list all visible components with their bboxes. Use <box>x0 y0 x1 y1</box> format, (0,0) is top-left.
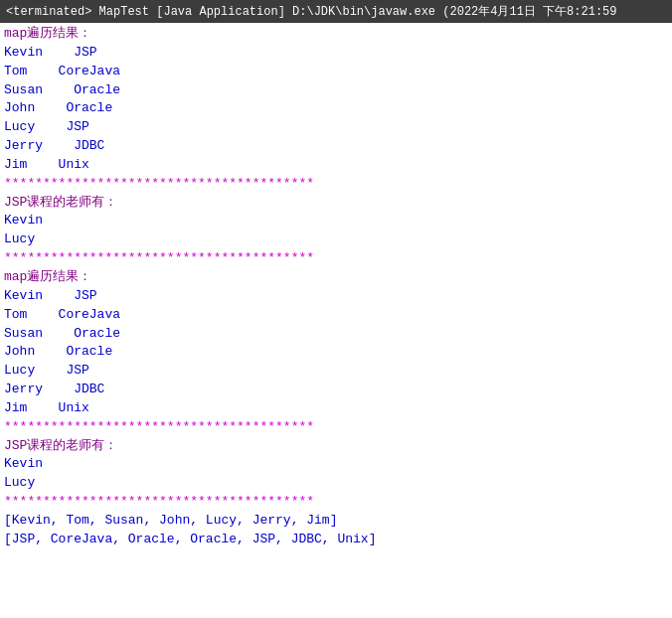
console-line: Jerry JDBC <box>4 137 668 156</box>
console-line: **************************************** <box>4 493 668 512</box>
console-line: Kevin <box>4 455 668 474</box>
console-line: JSP课程的老师有： <box>4 437 668 456</box>
console-line: Lucy <box>4 474 668 493</box>
console-line: Kevin JSP <box>4 44 668 63</box>
console-line: [Kevin, Tom, Susan, John, Lucy, Jerry, J… <box>4 512 668 531</box>
console-line: Lucy <box>4 231 668 249</box>
console-line: JSP课程的老师有： <box>4 194 668 213</box>
console-line: Tom CoreJava <box>4 63 668 81</box>
console-line: **************************************** <box>4 249 668 268</box>
title-text: <terminated> MapTest [Java Application] … <box>6 5 617 19</box>
console-line: Kevin <box>4 212 668 231</box>
console-line: Jim Unix <box>4 156 668 175</box>
console-line: John Oracle <box>4 343 668 362</box>
console-line: Susan Oracle <box>4 81 668 100</box>
console-line: Kevin JSP <box>4 287 668 306</box>
console-line: **************************************** <box>4 418 668 437</box>
console-line: Susan Oracle <box>4 325 668 344</box>
console-line: map遍历结果： <box>4 268 668 287</box>
console-body: map遍历结果：Kevin JSPTom CoreJavaSusan Oracl… <box>0 23 672 551</box>
console-line: Tom CoreJava <box>4 306 668 325</box>
console-line: Lucy JSP <box>4 118 668 137</box>
console-line: **************************************** <box>4 175 668 194</box>
console-line: John Oracle <box>4 99 668 118</box>
console-line: map遍历结果： <box>4 25 668 44</box>
console-line: Jim Unix <box>4 399 668 418</box>
console-line: Lucy JSP <box>4 362 668 381</box>
title-bar: <terminated> MapTest [Java Application] … <box>0 0 672 23</box>
console-line: [JSP, CoreJava, Oracle, Oracle, JSP, JDB… <box>4 531 668 549</box>
console-line: Jerry JDBC <box>4 381 668 399</box>
